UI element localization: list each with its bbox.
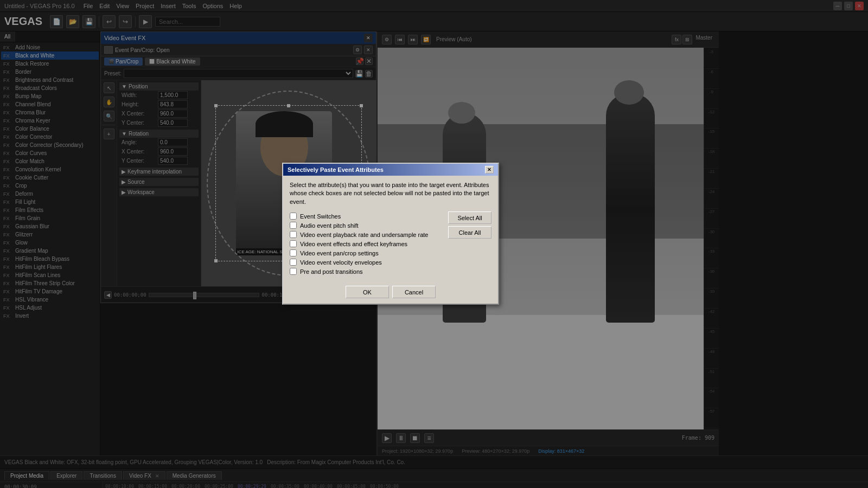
option-checkbox-3[interactable] <box>290 240 297 247</box>
option-label-6: Pre and post transitions <box>300 268 363 275</box>
option-label-4: Video event pan/crop settings <box>300 250 379 256</box>
modal-option-2: Video event playback rate and undersampl… <box>290 230 443 239</box>
option-checkbox-4[interactable] <box>290 249 297 256</box>
modal-option-0: Event Switches <box>290 211 443 221</box>
modal-title: Selectively Paste Event Attributes <box>288 166 384 173</box>
option-label-2: Video event playback rate and undersampl… <box>300 232 428 238</box>
modal-body: Select the attribute(s) that you want to… <box>283 176 498 304</box>
modal-ok-cancel: OK Cancel <box>290 286 492 298</box>
modal-option-1: Audio event pitch shift <box>290 221 443 230</box>
modal-option-4: Video event pan/crop settings <box>290 248 443 258</box>
option-label-0: Event Switches <box>300 213 341 220</box>
option-checkbox-2[interactable] <box>290 231 297 238</box>
modal-options: Event SwitchesAudio event pitch shiftVid… <box>290 211 443 276</box>
option-label-5: Video event velocity envelopes <box>300 259 382 266</box>
select-all-btn[interactable]: Select All <box>448 211 492 224</box>
modal-content-row: Event SwitchesAudio event pitch shiftVid… <box>290 211 492 281</box>
option-checkbox-6[interactable] <box>290 268 297 275</box>
option-checkbox-1[interactable] <box>290 222 297 229</box>
option-label-1: Audio event pitch shift <box>300 222 359 229</box>
modal-titlebar: Selectively Paste Event Attributes ✕ <box>283 164 498 176</box>
option-checkbox-0[interactable] <box>290 213 297 220</box>
modal-description: Select the attribute(s) that you want to… <box>290 181 492 206</box>
cancel-btn[interactable]: Cancel <box>392 286 436 298</box>
option-label-3: Video event effects and effect keyframes <box>300 241 407 247</box>
modal-option-5: Video event velocity envelopes <box>290 258 443 267</box>
modal-close-btn[interactable]: ✕ <box>485 166 494 174</box>
clear-all-btn[interactable]: Clear All <box>448 226 492 239</box>
modal-action-btns: Select All Clear All <box>448 211 492 281</box>
modal-dialog: Selectively Paste Event Attributes ✕ Sel… <box>282 163 499 305</box>
modal-overlay: Selectively Paste Event Attributes ✕ Sel… <box>0 0 868 488</box>
modal-option-6: Pre and post transitions <box>290 267 443 276</box>
modal-option-3: Video event effects and effect keyframes <box>290 239 443 248</box>
ok-btn[interactable]: OK <box>346 286 389 298</box>
option-checkbox-5[interactable] <box>290 259 297 266</box>
